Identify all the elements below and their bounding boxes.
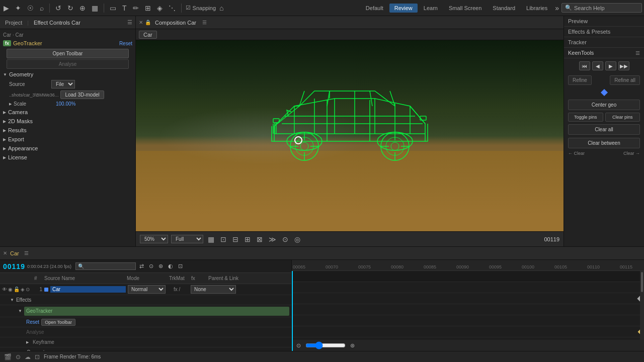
panel-menu-icon[interactable]: ☰ (127, 19, 132, 26)
snapping-checkbox[interactable]: ☑ (186, 5, 191, 11)
tl-motion-icon[interactable]: ⊙ (147, 262, 155, 270)
camera-section-header[interactable]: ▶ Camera (0, 108, 135, 117)
fast-preview-icon[interactable]: ≫ (267, 234, 278, 244)
layer-solo-icon[interactable]: ◉ (8, 287, 13, 292)
nav-learn[interactable]: Learn (419, 4, 443, 13)
prev-frame-button[interactable]: ◀ (592, 61, 603, 70)
breadcrumb-car[interactable]: Car (139, 31, 157, 39)
timeline-reset-label[interactable]: Reset (26, 319, 39, 325)
clear-between-button[interactable]: Clear between (568, 138, 640, 148)
appearance-section-header[interactable]: ▶ Appearance (0, 144, 135, 153)
tl-bottom-icon2[interactable]: ⊛ (349, 341, 356, 350)
layer-eye-icon[interactable]: 👁 (2, 287, 7, 292)
nav-default[interactable]: Default (361, 4, 388, 13)
tl-lock-icon[interactable]: ⊡ (177, 262, 184, 270)
refine-button[interactable]: Refine (568, 75, 592, 85)
tab-effect-controls[interactable]: Effect Controls Car (32, 19, 83, 27)
viewer-lock-icon[interactable]: 🔒 (145, 20, 151, 25)
camera-icon[interactable]: ⊙ (281, 234, 290, 244)
timeline-menu-icon[interactable]: ☰ (24, 250, 29, 256)
resolution-select[interactable]: Full Half Quarter (171, 235, 203, 243)
layer-shy-icon[interactable]: ⊙ (26, 287, 30, 292)
nav-libraries[interactable]: Libraries (521, 4, 552, 13)
roto-icon[interactable]: ◈ (155, 3, 164, 13)
timeline-scrollbar-thumb[interactable] (641, 272, 643, 292)
pin-icon[interactable]: ⋱ (167, 3, 177, 13)
align-icon[interactable]: ▦ (90, 3, 100, 13)
viewer-tab-menu-icon[interactable]: ☰ (202, 20, 207, 25)
tab-project[interactable]: Project (3, 19, 24, 27)
clear-pins-button[interactable]: Clear pins (605, 113, 640, 122)
layer-mode-select[interactable]: Normal Multiply Screen (128, 285, 166, 294)
results-section-header[interactable]: ▶ Results (0, 126, 135, 135)
viewer-area[interactable] (136, 40, 564, 231)
snapping-options-icon[interactable]: ⌂ (218, 3, 225, 13)
open-toolbar-button[interactable]: Open Toolbar (7, 49, 128, 58)
timeline-close-icon[interactable]: ✕ (3, 250, 7, 256)
layer-name-input[interactable] (50, 286, 126, 293)
keentools-menu-icon[interactable]: ☰ (635, 50, 640, 56)
masks-section-header[interactable]: ▶ 2D Masks (0, 117, 135, 126)
safe-zones-icon[interactable]: ⊡ (219, 234, 228, 244)
reset-button[interactable]: Reset (119, 41, 132, 46)
move-icon[interactable]: ⊕ (78, 3, 87, 13)
timeline-zoom-slider[interactable] (305, 341, 346, 349)
rect-icon[interactable]: ▭ (108, 3, 118, 13)
tl-solo-icon[interactable]: ◐ (167, 262, 175, 270)
effects-presets-section[interactable]: Effects & Presets (564, 27, 644, 37)
grid-icon[interactable]: ▦ (206, 234, 216, 244)
layer-parent-select[interactable]: None (191, 285, 236, 294)
zoom-tool-icon[interactable]: ⌕ (38, 3, 45, 13)
scale-value[interactable]: 100.00% (56, 101, 75, 107)
nav-review[interactable]: Review (389, 4, 418, 13)
goto-start-button[interactable]: ⏮ (579, 61, 590, 70)
nav-standard[interactable]: Standard (488, 4, 520, 13)
timeline-scrollbar-v[interactable] (640, 271, 644, 351)
full-screen-icon[interactable]: ⊞ (243, 234, 252, 244)
toggle-pins-button[interactable]: Toggle pins (568, 113, 603, 122)
geotracker-triangle-icon[interactable]: ▼ (18, 309, 22, 313)
clone-icon[interactable]: ⊞ (143, 3, 152, 13)
tracker-section[interactable]: Tracker (564, 37, 644, 48)
transparency-icon[interactable]: ⊟ (231, 234, 240, 244)
geometry-section-header[interactable]: ▼ Geometry (0, 70, 135, 79)
timeline-search-input[interactable] (75, 262, 136, 270)
zoom-select[interactable]: 50% 100% 25% (140, 235, 168, 243)
hide-icon[interactable]: ◎ (293, 234, 302, 244)
region-icon[interactable]: ⊠ (255, 234, 264, 244)
tl-paint-icon[interactable]: ⊛ (157, 262, 165, 270)
pen-tool-icon[interactable]: ✦ (14, 3, 23, 13)
clear-all-button[interactable]: Clear all (568, 124, 640, 135)
viewer-tab-comp[interactable]: Composition Car (153, 19, 198, 27)
source-select[interactable]: File (51, 80, 75, 88)
timeline-playhead[interactable] (292, 271, 293, 351)
preview-section[interactable]: Preview (564, 16, 644, 27)
redo-icon[interactable]: ↻ (66, 3, 75, 13)
layer-collapse-icon[interactable]: ◈ (21, 287, 25, 292)
next-frame-button[interactable]: ▶▶ (618, 61, 629, 70)
center-geo-button[interactable]: Center geo (568, 100, 640, 110)
nav-small-screen[interactable]: Small Screen (444, 4, 487, 13)
more-tabs-icon[interactable]: » (553, 3, 560, 13)
clear-right-label[interactable]: Clear → (623, 151, 640, 156)
tl-transfer-icon[interactable]: ⇄ (138, 262, 145, 270)
export-section-header[interactable]: ▶ Export (0, 135, 135, 144)
brush-icon[interactable]: ✏ (131, 3, 140, 13)
tl-bottom-icon1[interactable]: ⊙ (295, 341, 302, 350)
timeline-open-toolbar-button[interactable]: Open Toolbar (41, 319, 75, 326)
load-model-button[interactable]: Load 3D-model (60, 90, 104, 99)
effects-triangle-icon[interactable]: ▼ (10, 298, 14, 302)
type-icon[interactable]: T (121, 3, 128, 13)
play-button[interactable]: ▶ (605, 61, 616, 70)
search-label[interactable]: Search Help (574, 5, 605, 11)
select-tool-icon[interactable]: ▶ (2, 3, 11, 13)
layer-lock-icon[interactable]: 🔓 (14, 287, 20, 292)
license-section-header[interactable]: ▶ License (0, 153, 135, 162)
viewer-close-icon[interactable]: ✕ (139, 20, 143, 25)
keyframe-triangle-icon[interactable]: ▶ (26, 340, 29, 344)
refine-all-button[interactable]: Refine all (610, 75, 640, 85)
undo-icon[interactable]: ↺ (54, 3, 63, 13)
effect-name[interactable]: GeoTracker (13, 40, 42, 46)
clear-left-label[interactable]: ← Clear (568, 151, 585, 156)
hand-tool-icon[interactable]: ☉ (26, 3, 35, 13)
